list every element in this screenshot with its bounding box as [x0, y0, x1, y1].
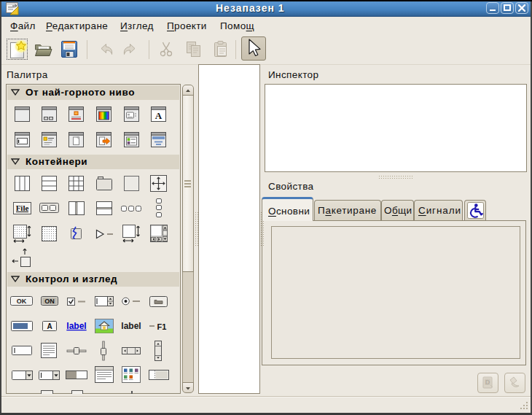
svg-text:label: label: [66, 321, 86, 331]
svg-text:D: D: [485, 379, 490, 386]
svg-text:ON: ON: [44, 298, 55, 305]
svg-text:label: label: [121, 321, 141, 331]
svg-text:F1: F1: [157, 322, 167, 331]
svg-text:A: A: [155, 110, 163, 121]
svg-text:A: A: [47, 322, 52, 330]
svg-text:OK: OK: [17, 298, 27, 305]
svg-text:File: File: [16, 203, 29, 212]
